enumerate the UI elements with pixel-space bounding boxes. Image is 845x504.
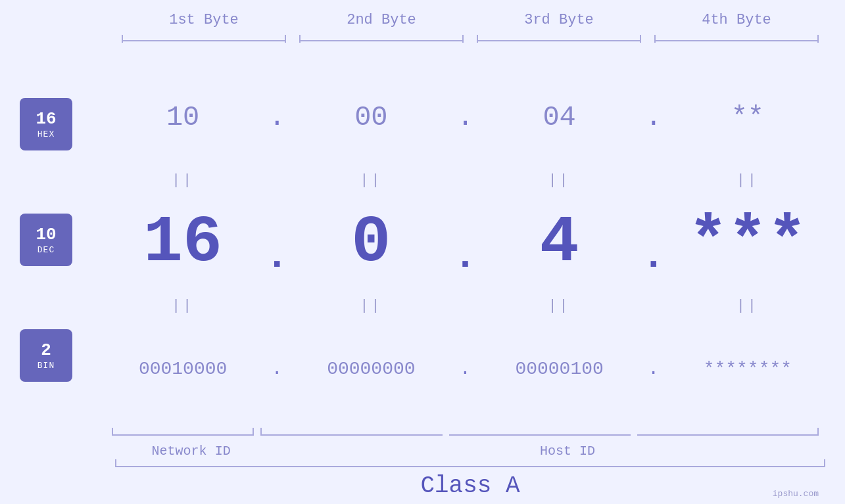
id-labels-row: Network ID Host ID [105, 437, 825, 466]
top-brackets [115, 35, 825, 47]
badge-dec: 10 DEC [20, 214, 72, 266]
bottom-brackets [105, 424, 825, 437]
dot-dec-2: . [449, 208, 482, 279]
dot-bin-1: . [260, 359, 293, 379]
host-id-label: Host ID [310, 444, 825, 459]
content-area: 16 HEX 10 DEC 2 BIN 10 . 00 [20, 66, 825, 466]
bin-byte-3: 00000100 [482, 359, 637, 379]
eq1-b1: || [105, 172, 260, 189]
dot-3: . [637, 102, 670, 133]
dot-bin-3: . [637, 359, 670, 379]
badge-bin: 2 BIN [20, 329, 72, 382]
bracket-4 [654, 35, 819, 47]
eq2-b2: || [293, 298, 448, 314]
dec-row: 16 . 0 . 4 . *** [105, 192, 825, 294]
host-bracket-3 [677, 425, 819, 437]
equals-row-2: || || || || [105, 294, 825, 318]
dec-byte-3: 4 [482, 210, 637, 276]
dec-byte-4: *** [670, 210, 825, 276]
dot-2: . [449, 102, 482, 133]
byte-header-4: 4th Byte [648, 12, 825, 28]
eq1-b4: || [670, 172, 825, 189]
byte-header-2: 2nd Byte [293, 12, 470, 28]
hex-byte-4: ** [670, 102, 825, 133]
badges-column: 16 HEX 10 DEC 2 BIN [20, 66, 105, 466]
dot-bin-2: . [449, 359, 482, 379]
class-section: Class A ipshu.com [115, 466, 825, 504]
hex-row: 10 . 00 . 04 . ** [105, 66, 825, 168]
net-bracket [112, 425, 254, 437]
main-container: 1st Byte 2nd Byte 3rd Byte 4th Byte [0, 0, 845, 504]
bin-byte-4: ******** [670, 359, 825, 379]
dot-1: . [260, 102, 293, 133]
hex-byte-3: 04 [482, 102, 637, 133]
bin-row: 00010000 . 00000000 . 00000100 . *******… [105, 318, 825, 420]
equals-row-1: || || || || [105, 168, 825, 192]
host-bracket-1 [300, 425, 442, 437]
data-columns: 10 . 00 . 04 . ** || || [105, 66, 825, 466]
byte-headers: 1st Byte 2nd Byte 3rd Byte 4th Byte [115, 0, 825, 35]
hex-byte-2: 00 [293, 102, 448, 133]
badge-hex: 16 HEX [20, 98, 72, 150]
hex-byte-1: 10 [105, 102, 260, 133]
dec-byte-1: 16 [105, 210, 260, 276]
bin-byte-1: 00010000 [105, 359, 260, 379]
byte-header-1: 1st Byte [115, 12, 293, 28]
bracket-3 [477, 35, 641, 47]
class-label: Class A [420, 472, 519, 499]
eq2-b4: || [670, 298, 825, 314]
bracket-2 [299, 35, 464, 47]
eq1-b2: || [293, 172, 448, 189]
bin-byte-2: 00000000 [293, 359, 448, 379]
host-bracket-2 [489, 425, 631, 437]
eq2-b1: || [105, 298, 260, 314]
dot-dec-1: . [260, 208, 293, 279]
eq2-b3: || [482, 298, 637, 314]
bracket-1 [122, 35, 286, 47]
eq1-b3: || [482, 172, 637, 189]
class-row: Class A ipshu.com [115, 467, 825, 504]
byte-header-3: 3rd Byte [470, 12, 648, 28]
watermark: ipshu.com [773, 489, 819, 499]
dec-byte-2: 0 [293, 210, 448, 276]
network-id-label: Network ID [105, 444, 277, 459]
dot-dec-3: . [637, 208, 670, 279]
